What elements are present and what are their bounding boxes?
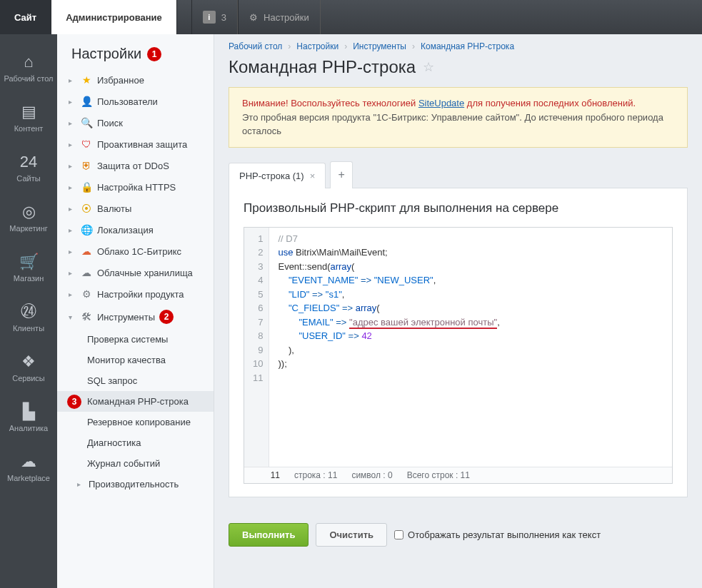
rail-item[interactable]: ☁Marketplace (0, 442, 57, 492)
text-result-label[interactable]: Отображать результат выполнения как текс… (394, 529, 601, 540)
rail-icon: ☁ (0, 452, 57, 471)
panel-title: Произвольный PHP-скрипт для выполнения н… (244, 201, 673, 216)
sidebar-title: Настройки (71, 46, 141, 62)
status-col: символ : 0 (351, 470, 392, 480)
tree-icon: 🔒 (80, 181, 93, 193)
rail-item[interactable]: ◎Маркетинг (0, 193, 57, 243)
rail-label: Магазин (14, 274, 44, 283)
tree-icon: 🛠 (80, 311, 93, 323)
tree-label: Настройки продукта (97, 289, 184, 300)
tab-label: PHP-строка (1) (239, 171, 304, 181)
rail-label: Аналитика (9, 424, 48, 432)
caret-icon: ▸ (69, 141, 76, 148)
rail-icon: 24 (0, 153, 57, 171)
favorite-star-icon[interactable]: ☆ (423, 59, 434, 75)
tree-sub-label: Журнал событий (87, 458, 160, 469)
tree-subitem[interactable]: Диагностика (57, 432, 214, 453)
tree-subitem[interactable]: 3Командная PHP-строка (57, 391, 214, 412)
tab-site[interactable]: Сайт (0, 0, 51, 34)
rail-item[interactable]: ㉔Клиенты (0, 293, 57, 343)
rail-bar: ⌂Рабочий стол▤Контент24Сайты◎Маркетинг🛒М… (0, 34, 57, 588)
top-settings-label: Настройки (264, 12, 309, 23)
badge-2: 2 (159, 310, 174, 324)
sidebar: Настройки 1 ▸★Избранное▸👤Пользователи▸🔍П… (57, 34, 214, 588)
rail-label: Маркетинг (9, 224, 47, 233)
crumb-link[interactable]: Настройки (296, 41, 339, 51)
topbar: Сайт Администрирование i 3 ⚙ Настройки (0, 0, 702, 34)
alert-warn: Внимание! Воспользуйтесь технологией Sit… (242, 98, 636, 108)
text-result-checkbox[interactable] (394, 530, 403, 539)
tabs-row: PHP-строка (1) × + (229, 161, 688, 188)
tree-sub-label: Проверка системы (87, 334, 168, 345)
tree-subitem[interactable]: Журнал событий (57, 453, 214, 474)
rail-item[interactable]: ⌂Рабочий стол (0, 43, 57, 93)
crumb-link[interactable]: Инструменты (353, 41, 406, 51)
crumb-link[interactable]: Командная PHP-строка (421, 41, 514, 51)
tree-subitem[interactable]: ▸Производительность (57, 474, 214, 495)
rail-label: Рабочий стол (4, 74, 53, 83)
tree-label: Инструменты (97, 312, 155, 323)
tree-subitem[interactable]: SQL запрос (57, 370, 214, 391)
rail-item[interactable]: ▙Аналитика (0, 392, 57, 442)
rail-icon: ▤ (0, 103, 57, 121)
tree-item[interactable]: ▸👤Пользователи (57, 91, 214, 112)
rail-label: Marketplace (7, 474, 50, 482)
tree-item[interactable]: ▸☁Облако 1С-Битрикс (57, 240, 214, 262)
rail-item[interactable]: 24Сайты (0, 143, 57, 193)
siteupdate-link[interactable]: SiteUpdate (418, 98, 464, 108)
caret-icon: ▸ (69, 76, 76, 84)
tree-sub-label: SQL запрос (87, 375, 137, 386)
tree-icon: 🔍 (80, 117, 93, 128)
tree-item[interactable]: ▸⛨Защита от DDoS (57, 155, 214, 176)
tree-icon: 👤 (80, 96, 93, 107)
code-editor[interactable]: 1234567891011 // D7 use Bitrix\Main\Mail… (244, 227, 673, 484)
caret-icon: ▸ (69, 98, 76, 106)
tree-item[interactable]: ▸⦿Валюты (57, 198, 214, 219)
status-cur: 11 (251, 470, 280, 480)
tree-item[interactable]: ▸🌐Локализация (57, 219, 214, 240)
status-line: строка : 11 (294, 470, 337, 480)
rail-item[interactable]: ❖Сервисы (0, 343, 57, 392)
crumb-sep: › (344, 41, 347, 51)
crumb-sep: › (288, 41, 291, 51)
tree-item[interactable]: ▸🔍Поиск (57, 112, 214, 133)
gear-icon: ⚙ (249, 12, 258, 23)
tree-item[interactable]: ▾🛠Инструменты 2 (57, 305, 214, 329)
tree-label: Настройка HTTPS (97, 182, 176, 193)
tree-item[interactable]: ▸🛡Проактивная защита (57, 133, 214, 155)
close-icon[interactable]: × (310, 171, 316, 181)
alert-box: Внимание! Воспользуйтесь технологией Sit… (229, 87, 688, 148)
add-tab-button[interactable]: + (330, 161, 353, 188)
badge-1: 1 (147, 47, 161, 61)
tree-item[interactable]: ▸🔒Настройка HTTPS (57, 176, 214, 198)
caret-icon: ▾ (69, 313, 76, 321)
sidebar-tree: ▸★Избранное▸👤Пользователи▸🔍Поиск▸🛡Проакт… (57, 69, 214, 495)
tree-sub-label: Диагностика (87, 437, 141, 448)
rail-label: Клиенты (13, 324, 44, 333)
caret-icon: ▸ (69, 205, 76, 213)
tab-admin[interactable]: Администрирование (51, 0, 177, 34)
crumb-link[interactable]: Рабочий стол (229, 41, 282, 51)
tab-php-line[interactable]: PHP-строка (1) × (229, 163, 326, 188)
caret-icon: ▸ (69, 183, 76, 191)
tree-icon: 🛡 (80, 138, 93, 150)
info-block[interactable]: i 3 (191, 0, 238, 34)
tree-subitem[interactable]: Резервное копирование (57, 412, 214, 432)
rail-icon: 🛒 (0, 253, 57, 271)
breadcrumb: Рабочий стол›Настройки›Инструменты›Коман… (214, 34, 702, 54)
top-settings[interactable]: ⚙ Настройки (238, 0, 321, 34)
tree-item[interactable]: ▸⚙Настройки продукта (57, 283, 214, 305)
code-content[interactable]: // D7 use Bitrix\Main\Mail\Event; Event:… (269, 228, 672, 467)
tree-subitem[interactable]: Монитор качества (57, 350, 214, 370)
rail-item[interactable]: 🛒Магазин (0, 243, 57, 293)
tree-subitem[interactable]: Проверка системы (57, 329, 214, 350)
caret-icon: ▸ (69, 269, 76, 277)
rail-icon: ▙ (0, 402, 57, 421)
run-button[interactable]: Выполнить (229, 523, 309, 547)
tree-item[interactable]: ▸☁Облачные хранилища (57, 262, 214, 283)
tree-item[interactable]: ▸★Избранное (57, 69, 214, 91)
rail-item[interactable]: ▤Контент (0, 93, 57, 143)
clear-button[interactable]: Очистить (316, 523, 387, 547)
page-title-row: Командная PHP-строка ☆ (214, 54, 702, 87)
rail-icon: ◎ (0, 203, 57, 221)
